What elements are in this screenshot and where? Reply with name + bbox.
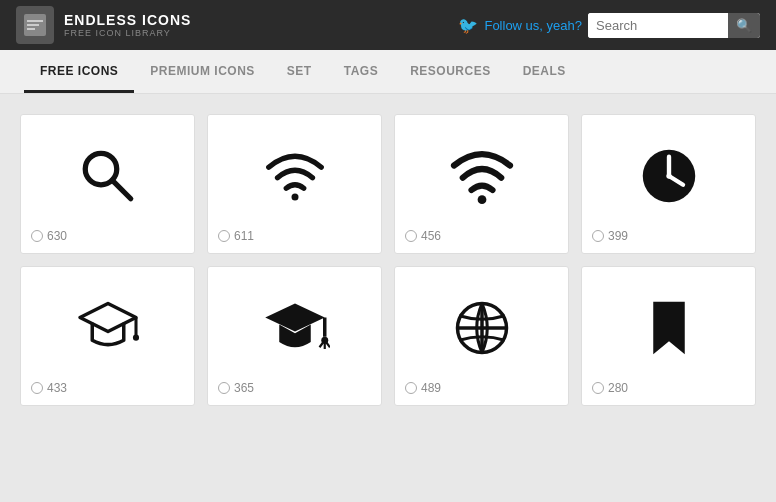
- main-nav: FREE ICONS PREMIUM ICONS SET TAGS RESOUR…: [0, 50, 776, 94]
- svg-line-5: [112, 180, 130, 198]
- icon-display-graduation-outline: [31, 287, 184, 369]
- svg-point-7: [477, 195, 486, 204]
- icon-footer-globe: 489: [405, 381, 441, 395]
- like-icon: [31, 230, 43, 242]
- like-icon: [592, 230, 604, 242]
- icon-footer-graduation-outline: 433: [31, 381, 67, 395]
- icon-card-wifi-outline[interactable]: 611: [207, 114, 382, 254]
- like-icon: [592, 382, 604, 394]
- logo-area: ENDLESS ICONS FREE ICON LIBRARY: [16, 6, 191, 44]
- nav-tags[interactable]: TAGS: [328, 50, 394, 93]
- like-count-globe: 489: [421, 381, 441, 395]
- svg-marker-15: [265, 304, 325, 332]
- main-content: 630 611: [0, 94, 776, 426]
- header-right: 🐦 Follow us, yeah? 🔍: [458, 13, 760, 38]
- search-box: 🔍: [588, 13, 760, 38]
- like-count-wifi-outline: 611: [234, 229, 254, 243]
- icon-display-clock: [592, 135, 745, 217]
- icon-display-search: [31, 135, 184, 217]
- twitter-link[interactable]: Follow us, yeah?: [484, 18, 582, 33]
- svg-point-14: [132, 335, 138, 341]
- icon-display-globe: [405, 287, 558, 369]
- icon-footer-wifi-outline: 611: [218, 229, 254, 243]
- logo-text: ENDLESS ICONS FREE ICON LIBRARY: [64, 12, 191, 38]
- icon-card-search[interactable]: 630: [20, 114, 195, 254]
- like-icon: [405, 230, 417, 242]
- search-input[interactable]: [588, 13, 728, 38]
- icon-grid: 630 611: [20, 114, 756, 406]
- like-icon: [405, 382, 417, 394]
- icon-footer-wifi-filled: 456: [405, 229, 441, 243]
- search-button[interactable]: 🔍: [728, 13, 760, 38]
- svg-point-11: [666, 173, 671, 178]
- like-icon: [218, 230, 230, 242]
- nav-premium-icons[interactable]: PREMIUM ICONS: [134, 50, 271, 93]
- like-count-graduation-outline: 433: [47, 381, 67, 395]
- svg-rect-2: [27, 24, 39, 26]
- like-count-wifi-filled: 456: [421, 229, 441, 243]
- site-title: ENDLESS ICONS: [64, 12, 191, 28]
- logo-icon: [16, 6, 54, 44]
- nav-free-icons[interactable]: FREE ICONS: [24, 50, 134, 93]
- twitter-icon: 🐦: [458, 16, 478, 35]
- icon-card-globe[interactable]: 489: [394, 266, 569, 406]
- icon-display-wifi-outline: [218, 135, 371, 217]
- icon-footer-search: 630: [31, 229, 67, 243]
- like-icon: [31, 382, 43, 394]
- icon-display-graduation-filled: [218, 287, 371, 369]
- icon-card-bookmark[interactable]: 280: [581, 266, 756, 406]
- icon-footer-graduation-filled: 365: [218, 381, 254, 395]
- like-icon: [218, 382, 230, 394]
- like-count-graduation-filled: 365: [234, 381, 254, 395]
- svg-rect-1: [27, 20, 43, 22]
- svg-marker-12: [80, 304, 136, 332]
- like-count-bookmark: 280: [608, 381, 628, 395]
- icon-display-wifi-filled: [405, 135, 558, 217]
- like-count-clock: 399: [608, 229, 628, 243]
- svg-point-6: [291, 194, 298, 201]
- icon-card-wifi-filled[interactable]: 456: [394, 114, 569, 254]
- nav-resources[interactable]: RESOURCES: [394, 50, 507, 93]
- header: ENDLESS ICONS FREE ICON LIBRARY 🐦 Follow…: [0, 0, 776, 50]
- icon-footer-bookmark: 280: [592, 381, 628, 395]
- icon-card-graduation-filled[interactable]: 365: [207, 266, 382, 406]
- nav-deals[interactable]: DEALS: [507, 50, 582, 93]
- like-count-search: 630: [47, 229, 67, 243]
- icon-card-graduation-outline[interactable]: 433: [20, 266, 195, 406]
- site-subtitle: FREE ICON LIBRARY: [64, 28, 191, 38]
- icon-footer-clock: 399: [592, 229, 628, 243]
- svg-rect-3: [27, 28, 35, 30]
- icon-display-bookmark: [592, 287, 745, 369]
- icon-card-clock[interactable]: 399: [581, 114, 756, 254]
- nav-set[interactable]: SET: [271, 50, 328, 93]
